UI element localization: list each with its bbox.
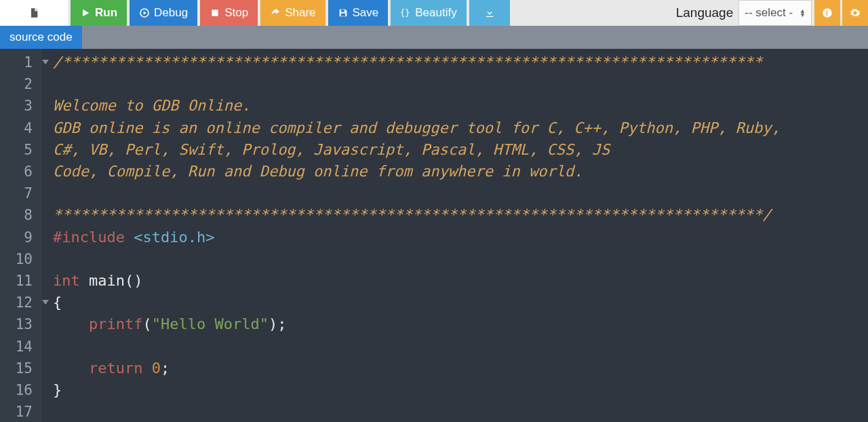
line-number: 12 (0, 292, 42, 313)
svg-text:i: i (826, 9, 828, 17)
code-token: ( (142, 315, 151, 332)
code-token: C#, VB, Perl, Swift, Prolog, Javascript,… (53, 141, 610, 158)
download-icon (484, 7, 495, 18)
code-token: int (53, 272, 80, 289)
file-icon (28, 7, 39, 18)
line-number: 13 (0, 313, 42, 335)
run-label: Run (95, 6, 117, 20)
tab-source-code[interactable]: source code (0, 26, 82, 49)
line-number: 14 (0, 335, 42, 357)
toolbar: Run Debug Stop Share Save {} Beautify La… (0, 0, 868, 26)
line-number: 4 (0, 117, 42, 139)
code-token: Code, Compile, Run and Debug online from… (53, 163, 583, 180)
run-button[interactable]: Run (71, 0, 127, 26)
line-number: 15 (0, 358, 42, 379)
debug-icon (139, 7, 150, 18)
language-value: -- select - (745, 6, 793, 20)
code-token: printf (53, 315, 142, 332)
info-icon: i (822, 7, 833, 18)
beautify-button[interactable]: {} Beautify (391, 0, 466, 26)
svg-rect-1 (212, 9, 218, 16)
download-button[interactable] (469, 0, 510, 26)
toolbar-spacer (513, 0, 671, 26)
code-area[interactable]: /***************************************… (42, 49, 868, 422)
line-number: 5 (0, 139, 42, 161)
save-button[interactable]: Save (328, 0, 389, 26)
braces-icon: {} (400, 7, 411, 18)
line-number: 11 (0, 270, 42, 292)
code-token: return (53, 360, 142, 377)
svg-text:{}: {} (400, 8, 410, 18)
code-editor[interactable]: 1 2 3 4 5 6 7 8 9 10 11 12 13 14 15 16 1… (0, 49, 868, 422)
code-token: /***************************************… (53, 54, 762, 71)
debug-label: Debug (154, 6, 188, 20)
stop-label: Stop (224, 6, 248, 20)
line-number: 16 (0, 379, 42, 401)
line-number: 9 (0, 227, 42, 248)
code-token: ; (161, 360, 170, 377)
code-token: "Hello World" (152, 315, 269, 332)
debug-button[interactable]: Debug (130, 0, 197, 26)
share-label: Share (285, 6, 315, 20)
line-number: 1 (0, 52, 42, 73)
line-number: 17 (0, 401, 42, 422)
code-token: <stdio.h> (125, 229, 214, 246)
beautify-label: Beautify (415, 6, 456, 20)
code-token: } (53, 381, 62, 398)
settings-button[interactable] (842, 0, 868, 26)
code-token: Welcome to GDB Online. (53, 97, 250, 114)
code-token: 0 (152, 360, 161, 377)
stop-button[interactable]: Stop (200, 0, 258, 26)
code-token: { (53, 294, 62, 311)
line-number: 10 (0, 248, 42, 270)
line-number: 7 (0, 183, 42, 204)
code-token (142, 360, 151, 377)
line-number: 3 (0, 95, 42, 117)
language-label: Language (671, 0, 739, 26)
gutter: 1 2 3 4 5 6 7 8 9 10 11 12 13 14 15 16 1… (0, 49, 42, 422)
code-token: main() (80, 272, 143, 289)
code-token: GDB online is an online compiler and deb… (53, 119, 789, 136)
save-icon (338, 7, 349, 18)
line-number: 8 (0, 204, 42, 226)
share-icon (270, 7, 281, 18)
line-number: 6 (0, 161, 42, 183)
line-number: 2 (0, 73, 42, 95)
svg-rect-3 (340, 14, 345, 16)
tab-strip: source code (0, 26, 868, 49)
code-token: ); (269, 315, 287, 332)
stop-icon (210, 7, 220, 18)
language-select[interactable]: -- select - ▲▼ (738, 0, 812, 26)
save-label: Save (353, 6, 379, 20)
svg-rect-2 (340, 9, 344, 12)
select-chevron-icon: ▲▼ (800, 9, 806, 17)
gear-icon (850, 7, 861, 18)
share-button[interactable]: Share (260, 0, 325, 26)
code-token: #include (53, 229, 125, 246)
new-file-button[interactable] (0, 0, 68, 26)
about-button[interactable]: i (814, 0, 840, 26)
tab-label: source code (9, 31, 73, 44)
code-token: ****************************************… (53, 206, 772, 223)
play-icon (80, 7, 91, 18)
